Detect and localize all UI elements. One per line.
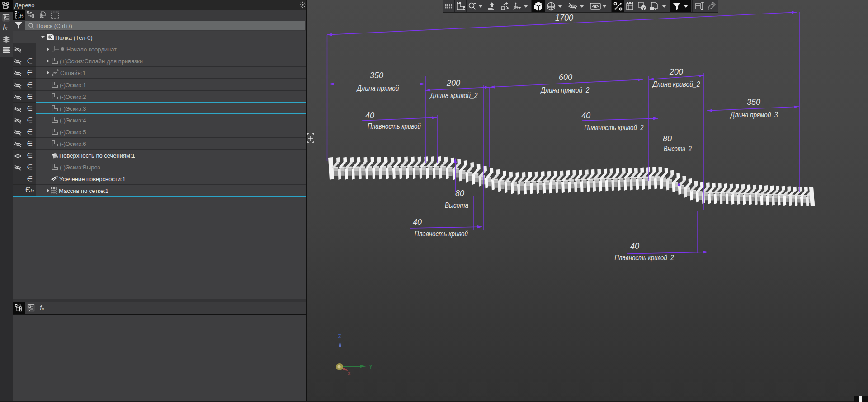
svg-text:Y: Y [369, 364, 373, 370]
svg-text:Z: Z [338, 333, 341, 340]
svg-text:200: 200 [446, 78, 460, 88]
svg-text:Высота_2: Высота_2 [664, 145, 692, 153]
svg-text:80: 80 [455, 188, 464, 198]
svg-text:200: 200 [669, 67, 683, 76]
svg-text:350: 350 [370, 70, 383, 80]
svg-text:1700: 1700 [555, 13, 573, 23]
svg-text:40: 40 [365, 111, 374, 120]
svg-text:X: X [348, 371, 351, 376]
svg-text:350: 350 [747, 97, 760, 107]
svg-text:40: 40 [630, 241, 639, 251]
svg-text:Высота: Высота [445, 201, 468, 209]
svg-text:Длина прямой_2: Длина прямой_2 [540, 86, 590, 94]
svg-text:Плавность кривой_2: Плавность кривой_2 [615, 254, 674, 262]
svg-text:Длина прямой: Длина прямой [356, 84, 399, 92]
svg-text:80: 80 [663, 134, 672, 143]
svg-text:Длина кривой_2: Длина кривой_2 [652, 80, 700, 88]
svg-text:Длина кривой_2: Длина кривой_2 [429, 92, 478, 99]
svg-text:Плавность кривой_2: Плавность кривой_2 [585, 124, 644, 131]
svg-text:600: 600 [559, 72, 572, 82]
svg-text:40: 40 [581, 111, 590, 120]
svg-text:40: 40 [413, 217, 422, 227]
svg-text:Длина прямой_3: Длина прямой_3 [730, 111, 778, 119]
svg-text:Плавность кривой: Плавность кривой [368, 122, 421, 130]
svg-text:Плавность кривой: Плавность кривой [415, 230, 468, 238]
